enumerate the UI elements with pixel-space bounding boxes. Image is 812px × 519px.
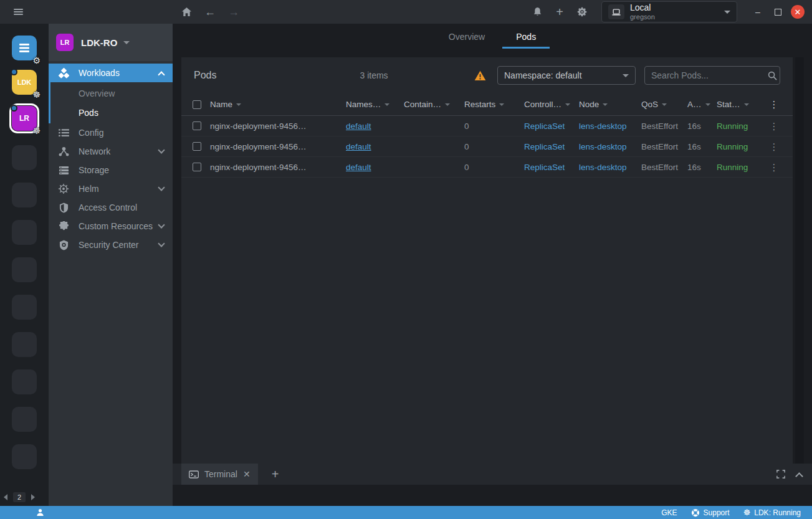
chevron-up-icon[interactable] xyxy=(795,472,803,480)
minimize-button[interactable]: – xyxy=(751,5,765,19)
namespace-select[interactable]: Namespace: default xyxy=(497,66,636,85)
sort-caret-icon xyxy=(445,103,450,106)
row-menu-icon[interactable]: ⋮ xyxy=(767,163,781,172)
statusbar-support[interactable]: Support xyxy=(691,508,730,517)
add-cluster-icon[interactable]: + xyxy=(550,2,569,21)
node-link[interactable]: lens-desktop xyxy=(579,121,627,131)
column-header-controlled-by[interactable]: Controll… xyxy=(524,100,579,109)
hotbar-empty-slot xyxy=(12,220,37,245)
sidebar-item-config[interactable]: Config xyxy=(49,123,173,142)
column-header-containers[interactable]: Contain… xyxy=(404,100,464,109)
row-checkbox[interactable] xyxy=(193,142,201,151)
tab-overview[interactable]: Overview xyxy=(435,28,499,49)
row-checkbox[interactable] xyxy=(193,163,201,171)
sidebar-item-label: Pods xyxy=(79,108,98,118)
sidebar-item-access-control[interactable]: Access Control xyxy=(49,198,173,217)
node-link[interactable]: lens-desktop xyxy=(579,163,627,172)
active-profile-dropdown[interactable]: Local gregson xyxy=(601,1,737,22)
close-button[interactable]: ✕ xyxy=(791,5,805,19)
sidebar-item-network[interactable]: Network xyxy=(49,142,173,161)
chevron-down-icon xyxy=(724,11,730,14)
new-terminal-icon[interactable]: + xyxy=(272,468,279,480)
back-icon[interactable]: ← xyxy=(201,2,219,21)
select-all-checkbox[interactable] xyxy=(193,100,201,109)
sidebar-item-label: Config xyxy=(79,128,103,138)
hotbar-empty-slot xyxy=(12,257,37,282)
page-next-icon[interactable] xyxy=(31,494,35,500)
close-terminal-icon[interactable]: ✕ xyxy=(243,469,251,479)
sidebar-item-pods[interactable]: Pods xyxy=(50,103,173,122)
column-header-name[interactable]: Name xyxy=(210,100,346,109)
row-checkbox[interactable] xyxy=(193,121,201,130)
tab-pods[interactable]: Pods xyxy=(502,28,550,49)
column-header-qos[interactable]: QoS xyxy=(641,100,687,109)
hotbar-empty-slot xyxy=(12,332,37,357)
column-header-namespace[interactable]: Names… xyxy=(346,100,404,109)
sidebar-item-label: Security Center xyxy=(79,240,138,250)
sort-caret-icon xyxy=(236,103,241,106)
puzzle-icon xyxy=(57,221,70,232)
cluster-button-ldk[interactable]: LDK ☸ xyxy=(12,70,37,95)
table-row[interactable]: nginx-deployment-9456… default 0 Replica… xyxy=(181,157,793,178)
cluster-button-lr-active[interactable]: LR ☸ xyxy=(12,106,37,131)
search-input[interactable] xyxy=(651,70,764,80)
terminal-tab[interactable]: Terminal ✕ xyxy=(181,464,258,485)
config-icon xyxy=(57,128,70,137)
terminal-dock: Terminal ✕ + xyxy=(173,464,812,485)
scrollbar-gutter[interactable] xyxy=(795,57,804,472)
page-prev-icon[interactable] xyxy=(4,494,7,500)
columns-menu-icon[interactable]: ⋮ xyxy=(767,100,781,109)
table-row[interactable]: nginx-deployment-9456… default 0 Replica… xyxy=(181,136,793,157)
cluster-avatar: LR xyxy=(56,34,74,51)
user-icon[interactable] xyxy=(36,508,44,517)
forward-icon[interactable]: → xyxy=(224,2,243,21)
expand-dock-icon[interactable] xyxy=(776,470,785,479)
hotbar-empty-slot xyxy=(12,145,37,170)
column-header-age[interactable]: A… xyxy=(687,100,717,109)
notifications-icon[interactable] xyxy=(528,2,547,21)
items-count: 3 items xyxy=(360,70,388,80)
namespace-link[interactable]: default xyxy=(346,121,371,131)
hotbar-pager: 2 xyxy=(4,492,35,502)
row-menu-icon[interactable]: ⋮ xyxy=(767,142,781,151)
controlled-by-link[interactable]: ReplicaSet xyxy=(524,163,565,172)
sidebar-item-security-center[interactable]: Security Center xyxy=(49,236,173,254)
menu-icon[interactable] xyxy=(9,2,27,21)
row-menu-icon[interactable]: ⋮ xyxy=(767,121,781,131)
qos-value: BestEffort xyxy=(641,142,687,151)
home-icon[interactable] xyxy=(177,2,196,21)
table-row[interactable]: nginx-deployment-9456… default 0 Replica… xyxy=(181,116,793,136)
restarts-value: 0 xyxy=(464,142,524,151)
column-header-status[interactable]: Stat… xyxy=(717,100,767,109)
sidebar-item-label: Network xyxy=(79,146,110,156)
hotbar-empty-slot xyxy=(12,295,37,320)
statusbar-cluster-status[interactable]: ☸ LDK: Running xyxy=(743,508,801,517)
online-dot xyxy=(11,105,17,112)
node-link[interactable]: lens-desktop xyxy=(579,142,627,151)
sidebar-item-helm[interactable]: Helm xyxy=(49,179,173,198)
namespace-link[interactable]: default xyxy=(346,163,371,172)
chevron-down-icon xyxy=(158,184,165,191)
profile-subtitle: gregson xyxy=(630,13,655,21)
settings-gear-icon[interactable] xyxy=(573,2,591,21)
statusbar-env[interactable]: GKE xyxy=(661,508,677,517)
sort-caret-icon xyxy=(662,103,667,106)
column-header-restarts[interactable]: Restarts xyxy=(464,100,524,109)
catalog-button[interactable]: ⚙ xyxy=(12,36,37,60)
sort-caret-icon xyxy=(705,103,710,106)
sidebar-item-storage[interactable]: Storage xyxy=(49,161,173,179)
sidebar-item-workloads[interactable]: Workloads xyxy=(49,64,173,82)
controlled-by-link[interactable]: ReplicaSet xyxy=(524,142,565,151)
catalog-list-icon xyxy=(19,43,30,53)
main-area: Overview Pods Pods 3 items Namespace: de… xyxy=(173,24,812,506)
maximize-button[interactable] xyxy=(771,5,785,19)
namespace-link[interactable]: default xyxy=(346,142,371,151)
chevron-down-icon xyxy=(623,74,629,77)
sort-caret-icon xyxy=(385,103,389,106)
controlled-by-link[interactable]: ReplicaSet xyxy=(524,121,565,131)
warning-icon[interactable] xyxy=(474,70,486,81)
column-header-node[interactable]: Node xyxy=(579,100,641,109)
sidebar-item-custom-resources[interactable]: Custom Resources xyxy=(49,217,173,236)
cluster-switcher[interactable]: LR LDK-RO xyxy=(49,24,173,61)
sidebar-item-overview[interactable]: Overview xyxy=(50,83,173,103)
